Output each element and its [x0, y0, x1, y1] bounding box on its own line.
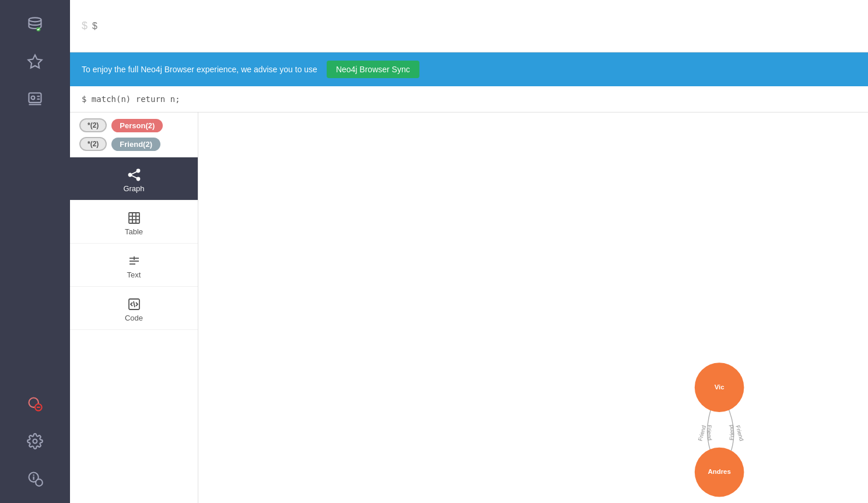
svg-point-20: [136, 178, 139, 181]
tab-text-label: Text: [127, 270, 141, 279]
graph-area[interactable]: Friend Friend Friend Friend Vic: [198, 112, 868, 503]
svg-line-32: [134, 301, 135, 307]
svg-point-18: [128, 174, 131, 177]
person-count-badge[interactable]: *(2): [79, 118, 107, 132]
svg-point-4: [32, 96, 35, 100]
tab-graph[interactable]: Graph: [70, 157, 198, 201]
svg-point-0: [29, 17, 41, 22]
tab-code-label: Code: [125, 314, 143, 322]
sync-button[interactable]: Neo4j Browser Sync: [327, 61, 419, 78]
filter-row-friend: *(2) Friend(2): [79, 137, 188, 151]
sidebar-item-favorites[interactable]: [0, 43, 70, 80]
tab-table[interactable]: Table: [70, 201, 198, 244]
sidebar-item-database[interactable]: [0, 6, 70, 43]
svg-line-21: [131, 171, 137, 174]
sidebar-item-search[interactable]: [0, 80, 70, 118]
banner-text: To enjoy the full Neo4j Browser experien…: [82, 65, 317, 74]
svg-point-19: [136, 170, 139, 173]
svg-point-17: [33, 475, 34, 476]
tab-panel: *(2) Person(2) *(2) Friend(2): [70, 112, 198, 503]
svg-point-12: [33, 439, 37, 444]
sync-banner: To enjoy the full Neo4j Browser experien…: [70, 52, 868, 86]
result-body: *(2) Person(2) *(2) Friend(2): [70, 112, 868, 503]
graph-canvas: Friend Friend Friend Friend Vic: [198, 112, 868, 503]
sidebar-item-error[interactable]: [0, 385, 70, 423]
tab-graph-label: Graph: [123, 184, 144, 193]
main-content: $ To enjoy the full Neo4j Browser experi…: [70, 0, 868, 503]
result-panel: $ match(n) return n; *(2) Person(2) *(2)…: [70, 86, 868, 503]
edge-label-2: Friend: [728, 424, 735, 441]
edge-label-1: Friend: [706, 425, 713, 441]
edge-text-left: Friend: [696, 424, 707, 441]
tab-code[interactable]: Code: [70, 287, 198, 330]
tab-text[interactable]: Text: [70, 244, 198, 287]
person-label-badge[interactable]: Person(2): [111, 119, 163, 132]
sidebar-item-info[interactable]: [0, 460, 70, 497]
sidebar: [0, 0, 70, 503]
result-query: $ match(n) return n;: [70, 86, 868, 112]
edge-text-right: Friend: [734, 424, 745, 441]
sidebar-item-settings[interactable]: [0, 423, 70, 460]
filter-area: *(2) Person(2) *(2) Friend(2): [70, 112, 198, 157]
friend-count-badge[interactable]: *(2): [79, 137, 107, 151]
friend-label-badge[interactable]: Friend(2): [111, 138, 160, 151]
filter-row-person: *(2) Person(2): [79, 118, 188, 132]
svg-line-22: [131, 175, 137, 178]
svg-marker-2: [28, 55, 41, 68]
svg-rect-23: [129, 213, 139, 223]
query-bar: $: [70, 0, 868, 52]
node-vic[interactable]: [695, 363, 744, 412]
query-input[interactable]: [92, 21, 856, 31]
node-andres[interactable]: [695, 448, 744, 497]
query-prompt-icon: $: [82, 20, 88, 32]
tab-table-label: Table: [125, 227, 143, 236]
